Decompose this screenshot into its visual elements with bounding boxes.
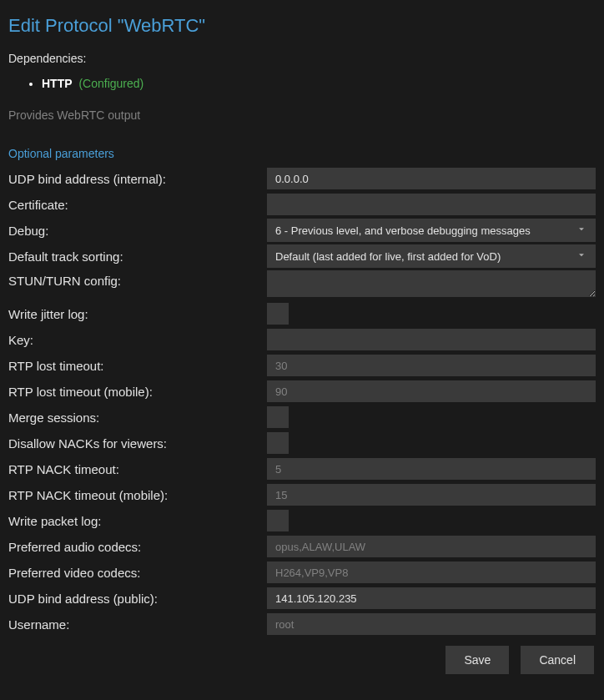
dependency-item: HTTP (Configured)	[42, 73, 596, 93]
key-input[interactable]	[267, 329, 596, 350]
save-button[interactable]: Save	[445, 646, 509, 674]
disallow-nacks-checkbox[interactable]	[267, 432, 289, 454]
rtp-nack-timeout-input[interactable]	[267, 458, 596, 480]
rtp-lost-timeout-mobile-label: RTP lost timeout (mobile):	[8, 381, 267, 402]
stun-turn-textarea[interactable]	[267, 270, 596, 297]
preferred-video-codecs-input[interactable]	[267, 562, 596, 583]
certificate-input[interactable]	[267, 194, 596, 215]
cancel-button[interactable]: Cancel	[521, 646, 594, 674]
username-input[interactable]	[267, 613, 596, 635]
default-track-sorting-select[interactable]: Default (last added for live, first adde…	[267, 244, 596, 268]
write-packet-log-checkbox[interactable]	[267, 510, 289, 531]
username-label: Username:	[8, 614, 267, 635]
udp-bind-internal-input[interactable]	[267, 168, 596, 189]
dependency-name: HTTP	[42, 77, 73, 90]
dependencies-list: HTTP (Configured)	[8, 73, 596, 93]
rtp-nack-timeout-mobile-input[interactable]	[267, 484, 596, 506]
write-jitter-log-label: Write jitter log:	[8, 304, 267, 325]
merge-sessions-checkbox[interactable]	[267, 406, 289, 428]
rtp-lost-timeout-label: RTP lost timeout:	[8, 355, 267, 376]
protocol-description: Provides WebRTC output	[8, 108, 596, 122]
disallow-nacks-label: Disallow NACKs for viewers:	[8, 433, 267, 454]
dependency-status: (Configured)	[78, 77, 143, 90]
rtp-lost-timeout-input[interactable]	[267, 355, 596, 376]
certificate-label: Certificate:	[8, 194, 267, 215]
rtp-nack-timeout-label: RTP NACK timeout:	[8, 459, 267, 480]
preferred-audio-codecs-input[interactable]	[267, 536, 596, 557]
dependencies-label: Dependencies:	[8, 52, 596, 65]
page-title: Edit Protocol "WebRTC"	[8, 15, 596, 37]
merge-sessions-label: Merge sessions:	[8, 407, 267, 428]
write-packet-log-label: Write packet log:	[8, 511, 267, 531]
debug-label: Debug:	[8, 220, 267, 241]
stun-turn-label: STUN/TURN config:	[8, 270, 267, 291]
debug-select[interactable]: 6 - Previous level, and verbose debuggin…	[267, 219, 596, 242]
rtp-lost-timeout-mobile-input[interactable]	[267, 380, 596, 402]
key-label: Key:	[8, 330, 267, 350]
preferred-video-codecs-label: Preferred video codecs:	[8, 562, 267, 583]
udp-bind-internal-label: UDP bind address (internal):	[8, 169, 267, 189]
section-header-optional: Optional parameters	[8, 147, 596, 160]
udp-bind-public-label: UDP bind address (public):	[8, 588, 267, 609]
write-jitter-log-checkbox[interactable]	[267, 303, 289, 325]
rtp-nack-timeout-mobile-label: RTP NACK timeout (mobile):	[8, 485, 267, 506]
udp-bind-public-input[interactable]	[267, 587, 596, 609]
preferred-audio-codecs-label: Preferred audio codecs:	[8, 536, 267, 557]
default-track-sorting-label: Default track sorting:	[8, 246, 267, 267]
